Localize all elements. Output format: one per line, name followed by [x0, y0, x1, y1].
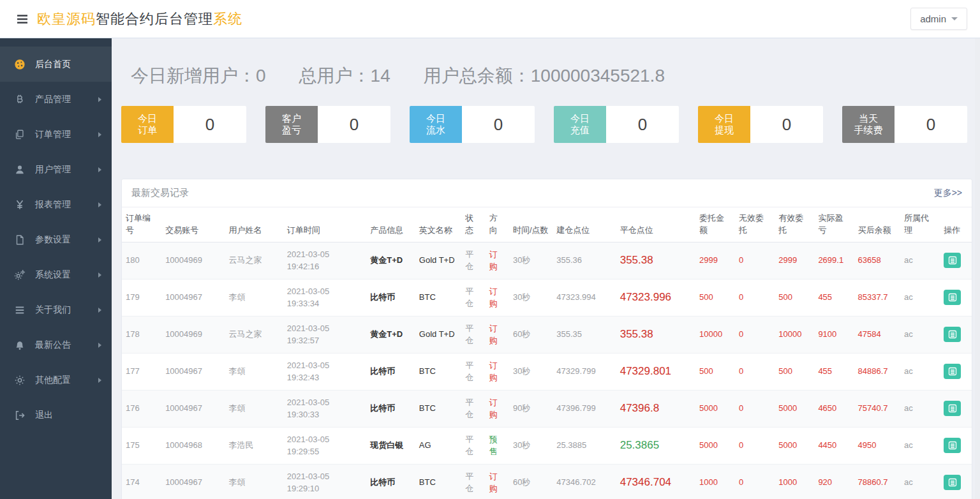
file-icon: [14, 234, 27, 246]
table-row: 17510004968李浩民2021-03-0519:29:55现货白银AG平仓…: [122, 427, 972, 464]
summary-total-balance-label: 用户总余额：: [424, 66, 531, 86]
sidebar-item-other-config[interactable]: 其他配置: [0, 362, 112, 398]
sidebar-item-label: 订单管理: [35, 129, 71, 140]
cell-close-price: 355.38: [616, 316, 695, 353]
sidebar-item-label: 用户管理: [35, 164, 71, 175]
stat-card-today-turnover: 今日 流水 0: [410, 106, 535, 143]
cell-entrust-amount: 1000: [695, 464, 735, 499]
cell-product: 黄金T+D: [366, 242, 415, 279]
cell-entrust-amount: 2999: [695, 242, 735, 279]
cell-invalid-entrust: 0: [735, 353, 775, 390]
cell-agent: ac: [900, 316, 940, 353]
cell-direction: 订购: [486, 464, 509, 499]
stat-card-today-deposits: 今日 充值 0: [554, 106, 679, 143]
dashboard-icon: [14, 59, 27, 70]
app-title: 欧皇源码智能合约后台管理系统: [37, 10, 242, 29]
cell-user-name: 李頌: [225, 353, 283, 390]
cell-invalid-entrust: 0: [735, 464, 775, 499]
sidebar-item-dashboard[interactable]: 后台首页: [0, 47, 112, 82]
cell-actual-pnl: 455: [814, 353, 854, 390]
summary-total-balance-value: 100000345521.8: [531, 66, 665, 86]
summary-total-users: 总用户：14: [299, 64, 390, 88]
cell-status: 平仓: [461, 390, 485, 427]
cell-balance-after: 75740.7: [854, 390, 901, 427]
cell-invalid-entrust: 0: [735, 242, 775, 279]
copy-icon: [14, 129, 27, 140]
user-menu-dropdown[interactable]: admin: [910, 8, 967, 30]
table-row: 17910004967李頌2021-03-0519:33:34比特币BTC平仓订…: [122, 279, 972, 316]
view-order-button[interactable]: [944, 364, 961, 379]
cell-account: 10004969: [161, 242, 225, 279]
cell-close-price: 25.3865: [616, 427, 695, 464]
summary-new-users-value: 0: [256, 66, 266, 86]
more-link[interactable]: 更多>>: [934, 188, 962, 199]
view-order-button[interactable]: [944, 327, 961, 342]
sidebar-item-announcements[interactable]: 最新公告: [0, 327, 112, 362]
app-title-middle: 智能合约后台管理: [96, 11, 213, 27]
cell-actual-pnl: 455: [814, 279, 854, 316]
cell-close-price: 47396.8: [616, 390, 695, 427]
cell-balance-after: 85337.7: [854, 279, 901, 316]
stat-card-label: 今日 充值: [554, 106, 606, 143]
summary-stats: 今日新增用户：0 总用户：14 用户总余额：100000345521.8: [131, 64, 972, 88]
cell-duration: 30秒: [509, 427, 553, 464]
cell-action: [940, 279, 972, 316]
cell-direction: 预售: [486, 427, 509, 464]
sidebar-item-orders[interactable]: 订单管理: [0, 117, 112, 152]
cell-balance-after: 84886.7: [854, 353, 901, 390]
view-order-button[interactable]: [944, 438, 961, 453]
cell-product: 比特币: [366, 279, 415, 316]
cell-order-time: 2021-03-0519:30:33: [283, 390, 367, 427]
sidebar-item-system-settings[interactable]: 系统设置: [0, 257, 112, 292]
chevron-down-icon: [951, 17, 958, 20]
cell-user-name: 李頌: [225, 279, 283, 316]
sidebar-item-reports[interactable]: 报表管理: [0, 187, 112, 222]
cell-user-name: 云马之家: [225, 316, 283, 353]
cell-user-name: 云马之家: [225, 242, 283, 279]
cell-valid-entrust: 5000: [775, 427, 814, 464]
app-title-suffix: 系统: [213, 11, 242, 27]
view-order-button[interactable]: [944, 290, 961, 305]
cell-account: 10004967: [161, 353, 225, 390]
cell-action: [940, 427, 972, 464]
column-header: 状态: [461, 207, 485, 242]
sidebar-item-users[interactable]: 用户管理: [0, 152, 112, 187]
view-order-button[interactable]: [944, 401, 961, 416]
stat-card-label: 当天 手续费: [842, 106, 895, 143]
cell-duration: 30秒: [509, 279, 553, 316]
trades-header-row: 订单编号交易账号用户姓名订单时间产品信息英文名称状态方向时间/点数建仓点位平仓点…: [122, 207, 972, 242]
hamburger-menu-icon[interactable]: [13, 10, 32, 29]
column-header: 买后余额: [854, 207, 901, 242]
sidebar-item-about[interactable]: 关于我们: [0, 292, 112, 327]
sidebar-item-parameters[interactable]: 参数设置: [0, 222, 112, 257]
cell-order-id: 175: [122, 427, 161, 464]
cell-status: 平仓: [461, 279, 485, 316]
cell-duration: 30秒: [509, 353, 553, 390]
stat-card-label: 今日 订单: [121, 106, 174, 143]
summary-total-users-value: 14: [371, 66, 390, 86]
cell-user-name: 李頌: [225, 390, 283, 427]
view-order-button[interactable]: [944, 475, 961, 490]
bell-icon: [14, 339, 27, 351]
cell-direction: 订购: [486, 279, 509, 316]
panel-header: 最新交易记录 更多>>: [122, 179, 972, 207]
page-scrollbar[interactable]: [975, 38, 980, 499]
cell-valid-entrust: 500: [775, 279, 814, 316]
cell-agent: ac: [900, 353, 940, 390]
sidebar-item-products[interactable]: 产品管理: [0, 82, 112, 117]
cell-action: [940, 353, 972, 390]
sidebar-item-logout[interactable]: 退出: [0, 398, 112, 433]
column-header: 实际盈亏: [814, 207, 854, 242]
cell-balance-after: 4950: [854, 427, 901, 464]
cell-order-id: 178: [122, 316, 161, 353]
cell-close-price: 355.38: [616, 242, 695, 279]
cell-duration: 90秒: [509, 390, 553, 427]
cell-duration: 60秒: [509, 464, 553, 499]
list-icon: [14, 304, 27, 316]
column-header: 订单编号: [122, 207, 161, 242]
column-header: 英文名称: [415, 207, 462, 242]
cell-invalid-entrust: 0: [735, 390, 775, 427]
view-order-button[interactable]: [944, 253, 961, 268]
cell-en-name: BTC: [415, 390, 462, 427]
summary-new-users: 今日新增用户：0: [131, 64, 266, 88]
